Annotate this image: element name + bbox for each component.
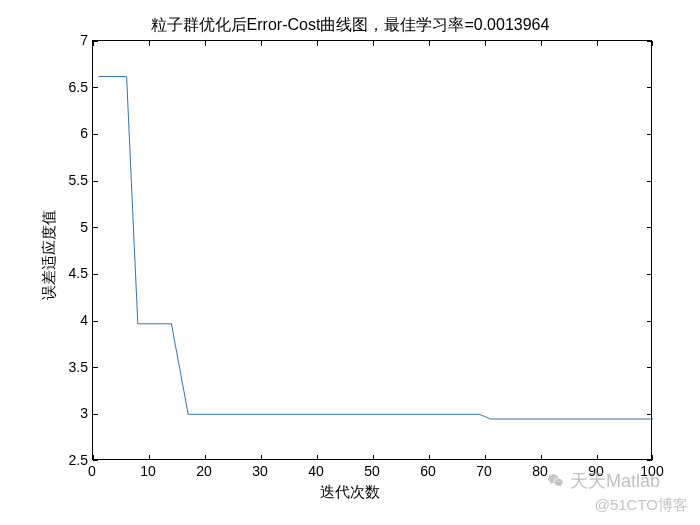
plot-area xyxy=(92,40,652,460)
y-tick-label: 2.5 xyxy=(60,452,88,468)
y-tick-label: 5.5 xyxy=(60,172,88,188)
chart-line xyxy=(93,41,653,461)
x-tick-label: 10 xyxy=(140,463,156,479)
x-tick-label: 0 xyxy=(88,463,96,479)
y-tick-label: 7 xyxy=(60,32,88,48)
x-tick-label: 70 xyxy=(476,463,492,479)
y-tick-label: 6.5 xyxy=(60,79,88,95)
x-tick-label: 20 xyxy=(196,463,212,479)
chart-title: 粒子群优化后Error-Cost曲线图，最佳学习率=0.0013964 xyxy=(0,15,700,36)
y-tick-label: 4 xyxy=(60,312,88,328)
x-tick-label: 30 xyxy=(252,463,268,479)
y-tick-label: 4.5 xyxy=(60,265,88,281)
watermark-primary-text: 天天Matlab xyxy=(570,469,660,493)
y-tick-label: 6 xyxy=(60,125,88,141)
y-tick-label: 5 xyxy=(60,219,88,235)
wechat-icon xyxy=(546,472,566,490)
y-axis-label: 误差适应度值 xyxy=(40,210,59,300)
x-tick-label: 40 xyxy=(308,463,324,479)
x-tick-label: 50 xyxy=(364,463,380,479)
watermark-primary: 天天Matlab xyxy=(546,469,660,493)
watermark-secondary: @51CTO博客 xyxy=(595,496,688,515)
y-tick-label: 3 xyxy=(60,405,88,421)
x-tick-label: 60 xyxy=(420,463,436,479)
y-tick-label: 3.5 xyxy=(60,359,88,375)
